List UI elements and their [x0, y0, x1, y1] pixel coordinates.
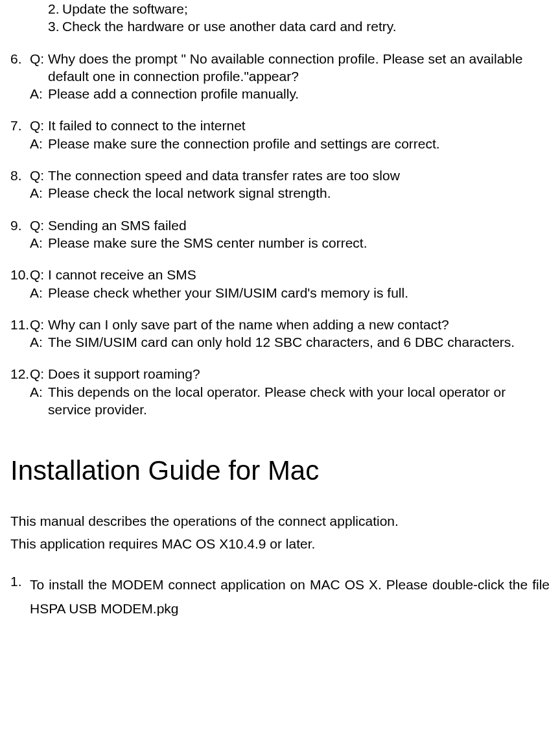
- faq-a-label: A:: [30, 383, 48, 419]
- faq-q-text: Does it support roaming?: [48, 365, 550, 383]
- faq-num: 7.: [10, 117, 30, 134]
- faq-item: 6. Q: Why does the prompt " No available…: [10, 50, 550, 103]
- faq-answer-row: A: Please check whether your SIM/USIM ca…: [10, 284, 550, 301]
- faq-num: 11.: [10, 316, 30, 333]
- faq-item: 11. Q: Why can I only save part of the n…: [10, 316, 550, 351]
- faq-item: 7. Q: It failed to connect to the intern…: [10, 117, 550, 152]
- faq-q-text: Why can I only save part of the name whe…: [48, 316, 550, 333]
- faq-a-text: Please add a connection profile manually…: [48, 85, 550, 102]
- faq-num-spacer: [10, 234, 30, 252]
- sub-item-text: Check the hardware or use another data c…: [62, 18, 550, 35]
- faq-list: 2. Update the software; 3. Check the har…: [10, 0, 550, 418]
- faq-a-text: This depends on the local operator. Plea…: [48, 383, 550, 419]
- faq-q-label: Q:: [30, 365, 48, 383]
- sub-item-num: 2.: [48, 0, 62, 18]
- faq-a-label: A:: [30, 135, 48, 152]
- intro-text-2: This application requires MAC OS X10.4.9…: [10, 535, 550, 552]
- faq-answer-row: A: Please add a connection profile manua…: [10, 85, 550, 102]
- install-list: 1. To install the MODEM connect applicat…: [10, 572, 550, 621]
- faq-num-spacer: [10, 85, 30, 102]
- faq-q-text: I cannot receive an SMS: [48, 266, 550, 283]
- intro-text-1: This manual describes the operations of …: [10, 512, 550, 530]
- faq-q-label: Q:: [30, 50, 48, 86]
- faq-q-text: Why does the prompt " No available conne…: [48, 50, 550, 86]
- faq-question-row: 12. Q: Does it support roaming?: [10, 365, 550, 383]
- faq-question-row: 11. Q: Why can I only save part of the n…: [10, 316, 550, 333]
- faq-answer-row: A: This depends on the local operator. P…: [10, 383, 550, 419]
- faq-item: 8. Q: The connection speed and data tran…: [10, 167, 550, 202]
- faq-num: 8.: [10, 167, 30, 184]
- faq-answer-row: A: The SIM/USIM card can only hold 12 SB…: [10, 333, 550, 351]
- faq-q-label: Q:: [30, 316, 48, 333]
- faq-answer-row: A: Please make sure the connection profi…: [10, 135, 550, 152]
- faq-num-spacer: [10, 333, 30, 351]
- faq-item: 10. Q: I cannot receive an SMS A: Please…: [10, 266, 550, 301]
- faq-question-row: 8. Q: The connection speed and data tran…: [10, 167, 550, 184]
- faq-a-text: Please check whether your SIM/USIM card'…: [48, 284, 550, 301]
- faq-a-label: A:: [30, 333, 48, 351]
- faq-a-label: A:: [30, 234, 48, 252]
- faq-q-text: It failed to connect to the internet: [48, 117, 550, 134]
- faq-a-text: Please check the local network signal st…: [48, 184, 550, 202]
- faq-num-spacer: [10, 284, 30, 301]
- install-text: To install the MODEM connect application…: [30, 572, 550, 621]
- sub-item: 2. Update the software;: [48, 0, 550, 18]
- faq-num-spacer: [10, 383, 30, 419]
- faq-num: 10.: [10, 266, 30, 283]
- faq-a-label: A:: [30, 85, 48, 102]
- faq-question-row: 10. Q: I cannot receive an SMS: [10, 266, 550, 283]
- faq-question-row: 9. Q: Sending an SMS failed: [10, 217, 550, 234]
- faq-num: 6.: [10, 50, 30, 86]
- sub-list: 2. Update the software; 3. Check the har…: [48, 0, 550, 36]
- faq-a-text: Please make sure the connection profile …: [48, 135, 550, 152]
- faq-a-label: A:: [30, 184, 48, 202]
- install-num: 1.: [10, 572, 30, 621]
- faq-item: 9. Q: Sending an SMS failed A: Please ma…: [10, 217, 550, 252]
- faq-item: 12. Q: Does it support roaming? A: This …: [10, 365, 550, 418]
- section-title: Installation Guide for Mac: [10, 453, 550, 489]
- faq-q-text: The connection speed and data transfer r…: [48, 167, 550, 184]
- faq-q-label: Q:: [30, 217, 48, 234]
- faq-q-label: Q:: [30, 266, 48, 283]
- faq-num-spacer: [10, 135, 30, 152]
- faq-question-row: 6. Q: Why does the prompt " No available…: [10, 50, 550, 86]
- faq-a-label: A:: [30, 284, 48, 301]
- faq-num: 9.: [10, 217, 30, 234]
- sub-item-num: 3.: [48, 18, 62, 35]
- sub-item-text: Update the software;: [62, 0, 550, 18]
- sub-item: 3. Check the hardware or use another dat…: [48, 18, 550, 35]
- faq-answer-row: A: Please make sure the SMS center numbe…: [10, 234, 550, 252]
- faq-num-spacer: [10, 184, 30, 202]
- faq-a-text: Please make sure the SMS center number i…: [48, 234, 550, 252]
- install-item: 1. To install the MODEM connect applicat…: [10, 572, 550, 621]
- faq-a-text: The SIM/USIM card can only hold 12 SBC c…: [48, 333, 550, 351]
- faq-q-label: Q:: [30, 167, 48, 184]
- faq-answer-row: A: Please check the local network signal…: [10, 184, 550, 202]
- faq-question-row: 7. Q: It failed to connect to the intern…: [10, 117, 550, 134]
- faq-q-text: Sending an SMS failed: [48, 217, 550, 234]
- faq-q-label: Q:: [30, 117, 48, 134]
- faq-num: 12.: [10, 365, 30, 383]
